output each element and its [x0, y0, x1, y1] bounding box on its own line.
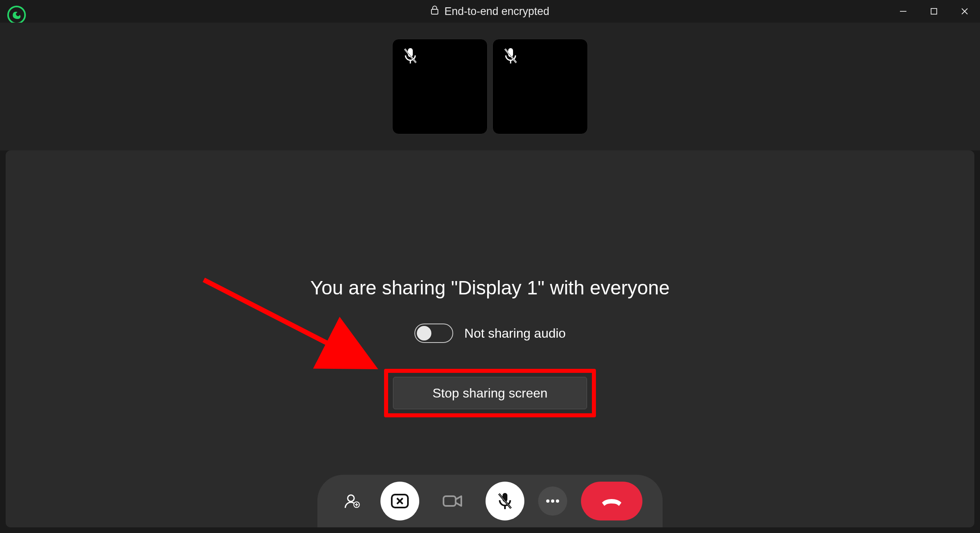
participant-strip	[0, 23, 980, 150]
audio-share-row: Not sharing audio	[6, 324, 974, 343]
microphone-muted-icon	[503, 47, 519, 67]
stop-sharing-label: Stop sharing screen	[433, 386, 548, 401]
call-controls	[317, 475, 663, 527]
svg-rect-1	[431, 9, 438, 14]
encryption-label: End-to-end encrypted	[444, 5, 549, 18]
participant-tile[interactable]	[392, 39, 488, 134]
svg-point-15	[348, 495, 354, 501]
add-participant-button[interactable]	[338, 486, 367, 516]
svg-point-27	[546, 499, 549, 503]
audio-share-label: Not sharing audio	[465, 326, 566, 341]
titlebar: End-to-end encrypted	[0, 0, 980, 23]
more-options-button[interactable]	[538, 486, 567, 516]
svg-point-28	[551, 499, 554, 503]
svg-rect-22	[444, 496, 456, 506]
end-call-button[interactable]	[581, 482, 642, 520]
video-toggle-button[interactable]	[433, 482, 472, 520]
whatsapp-call-window: End-to-end encrypted	[0, 0, 980, 533]
microphone-muted-icon	[402, 47, 418, 67]
svg-point-0	[8, 6, 25, 23]
maximize-button[interactable]	[919, 0, 949, 23]
sharing-message: You are sharing "Display 1" with everyon…	[6, 277, 974, 299]
screen-share-panel: You are sharing "Display 1" with everyon…	[6, 150, 974, 527]
microphone-toggle-button[interactable]	[486, 482, 524, 520]
encryption-status: End-to-end encrypted	[431, 5, 549, 18]
window-controls	[888, 0, 980, 23]
lock-icon	[431, 5, 439, 18]
svg-point-29	[556, 499, 559, 503]
participant-tile[interactable]	[492, 39, 588, 134]
annotation-highlight-box: Stop sharing screen	[384, 369, 596, 417]
close-button[interactable]	[949, 0, 980, 23]
minimize-button[interactable]	[888, 0, 919, 23]
share-audio-toggle[interactable]	[414, 324, 453, 343]
svg-rect-3	[931, 8, 937, 14]
stop-share-control-button[interactable]	[380, 482, 419, 520]
toggle-knob	[417, 326, 431, 341]
stop-sharing-wrap: Stop sharing screen	[6, 369, 974, 417]
stop-sharing-button[interactable]: Stop sharing screen	[393, 377, 587, 409]
